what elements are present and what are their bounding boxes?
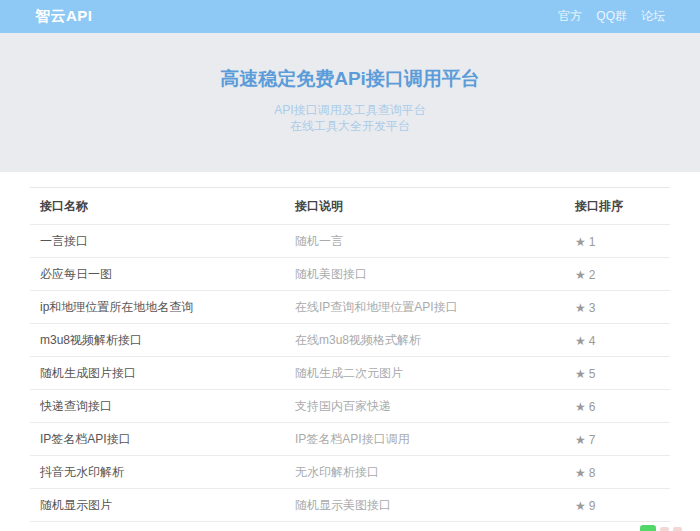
table-row[interactable]: 必应每日一图 随机美图接口 ★2 <box>30 258 670 291</box>
table-row[interactable]: 随机生成图片接口 随机生成二次元图片 ★5 <box>30 357 670 390</box>
column-header-order: 接口排序 <box>565 188 670 225</box>
order-number: 5 <box>589 367 596 381</box>
api-name-link[interactable]: ip和地理位置所在地地名查询 <box>30 291 285 324</box>
star-icon: ★ <box>575 367 586 381</box>
star-icon: ★ <box>575 235 586 249</box>
api-description: IP签名档API接口调用 <box>285 423 565 456</box>
api-order: ★9 <box>565 489 670 522</box>
order-number: 7 <box>589 433 596 447</box>
order-number: 6 <box>589 400 596 414</box>
api-order: ★6 <box>565 390 670 423</box>
column-header-desc: 接口说明 <box>285 188 565 225</box>
api-order: ★1 <box>565 225 670 258</box>
nav-link-qq-group[interactable]: QQ群 <box>596 8 627 25</box>
api-name-link[interactable]: m3u8视频解析接口 <box>30 324 285 357</box>
star-icon: ★ <box>575 301 586 315</box>
api-name-link[interactable]: 千图网无水印解析 <box>30 522 285 531</box>
api-table: 接口名称 接口说明 接口排序 一言接口 随机一言 ★1 必应每日一图 随机美图接… <box>30 187 670 531</box>
hero-banner: 高速稳定免费APi接口调用平台 API接口调用及工具查询平台 在线工具大全开发平… <box>0 33 700 172</box>
api-name-link[interactable]: 随机显示图片 <box>30 489 285 522</box>
order-number: 3 <box>589 301 596 315</box>
api-order: ★4 <box>565 324 670 357</box>
star-icon: ★ <box>575 334 586 348</box>
bottom-widget <box>640 525 682 531</box>
faint-pill-icon <box>673 527 682 531</box>
api-description: 在线m3u8视频格式解析 <box>285 324 565 357</box>
api-order: ★5 <box>565 357 670 390</box>
api-name-link[interactable]: 必应每日一图 <box>30 258 285 291</box>
table-row[interactable]: ip和地理位置所在地地名查询 在线IP查询和地理位置API接口 ★3 <box>30 291 670 324</box>
api-description: 随机美图接口 <box>285 258 565 291</box>
api-name-link[interactable]: 快递查询接口 <box>30 390 285 423</box>
star-icon: ★ <box>575 400 586 414</box>
api-name-link[interactable]: 一言接口 <box>30 225 285 258</box>
nav-link-official[interactable]: 官方 <box>558 8 582 25</box>
star-icon: ★ <box>575 268 586 282</box>
order-number: 8 <box>589 466 596 480</box>
nav-link-forum[interactable]: 论坛 <box>641 8 665 25</box>
table-row[interactable]: 一言接口 随机一言 ★1 <box>30 225 670 258</box>
nav-links: 官方 QQ群 论坛 <box>558 8 665 25</box>
table-row[interactable]: 随机显示图片 随机显示美图接口 ★9 <box>30 489 670 522</box>
api-description: 支持国内百家快递 <box>285 390 565 423</box>
order-number: 4 <box>589 334 596 348</box>
star-icon: ★ <box>575 499 586 513</box>
star-icon: ★ <box>575 466 586 480</box>
api-description: 随机一言 <box>285 225 565 258</box>
order-number: 1 <box>589 235 596 249</box>
hero-subtitle-1: API接口调用及工具查询平台 <box>0 102 700 118</box>
order-number: 2 <box>589 268 596 282</box>
green-pill-icon <box>640 525 656 531</box>
api-order: ★3 <box>565 291 670 324</box>
api-description: 随机生成二次元图片 <box>285 357 565 390</box>
site-logo[interactable]: 智云API <box>35 7 93 26</box>
api-description: 随机显示美图接口 <box>285 489 565 522</box>
api-name-link[interactable]: IP签名档API接口 <box>30 423 285 456</box>
star-icon: ★ <box>575 433 586 447</box>
top-navbar: 智云API 官方 QQ群 论坛 <box>0 0 700 33</box>
table-row[interactable]: 千图网无水印解析 无水印解析接口 ★10 <box>30 522 670 531</box>
order-number: 9 <box>589 499 596 513</box>
table-row[interactable]: m3u8视频解析接口 在线m3u8视频格式解析 ★4 <box>30 324 670 357</box>
api-order: ★8 <box>565 456 670 489</box>
api-name-link[interactable]: 随机生成图片接口 <box>30 357 285 390</box>
table-row[interactable]: IP签名档API接口 IP签名档API接口调用 ★7 <box>30 423 670 456</box>
api-order: ★2 <box>565 258 670 291</box>
hero-subtitle-2: 在线工具大全开发平台 <box>0 118 700 134</box>
api-name-link[interactable]: 抖音无水印解析 <box>30 456 285 489</box>
api-order: ★7 <box>565 423 670 456</box>
table-row[interactable]: 抖音无水印解析 无水印解析接口 ★8 <box>30 456 670 489</box>
table-row[interactable]: 快递查询接口 支持国内百家快递 ★6 <box>30 390 670 423</box>
api-description: 无水印解析接口 <box>285 456 565 489</box>
hero-title: 高速稳定免费APi接口调用平台 <box>0 66 700 92</box>
table-header-row: 接口名称 接口说明 接口排序 <box>30 188 670 225</box>
api-description: 无水印解析接口 <box>285 522 565 531</box>
faint-pill-icon <box>660 527 669 531</box>
column-header-name: 接口名称 <box>30 188 285 225</box>
api-description: 在线IP查询和地理位置API接口 <box>285 291 565 324</box>
api-table-container: 接口名称 接口说明 接口排序 一言接口 随机一言 ★1 必应每日一图 随机美图接… <box>30 187 670 531</box>
